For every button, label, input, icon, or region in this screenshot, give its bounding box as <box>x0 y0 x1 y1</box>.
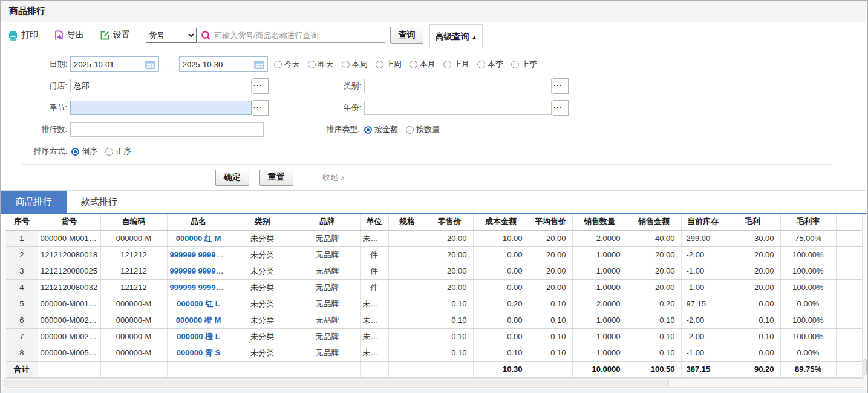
radio-icon <box>511 61 519 68</box>
quick-range-this-quarter[interactable]: 本季 <box>477 59 503 70</box>
cell-gross-margin: 75.00% <box>780 230 836 246</box>
product-name-link[interactable]: 999999 999999 L <box>170 283 230 292</box>
print-button[interactable]: 打印 <box>8 30 38 41</box>
radio-label: 上周 <box>386 59 402 70</box>
collapse-link[interactable]: 收起 ∧ <box>322 172 345 183</box>
print-label: 打印 <box>21 30 38 41</box>
product-name-link[interactable]: 999999 999999... <box>170 266 230 276</box>
store-picker-button[interactable]: ··· <box>253 78 269 94</box>
cell-product-name[interactable]: 999999 999999 S <box>167 246 230 263</box>
product-ranking-table: 序号 货号 自编码 品名 类别 品牌 单位 规格 零售价 成本金额 平均售价 销… <box>6 214 863 378</box>
confirm-button[interactable]: 确定 <box>215 170 249 186</box>
product-name-link[interactable]: 000000 青 S <box>177 348 220 357</box>
radio-icon <box>342 61 350 68</box>
horizontal-scrollbar[interactable] <box>2 378 866 388</box>
cell-gross-profit: 0.00 <box>725 345 780 361</box>
cell-category: 未分类 <box>230 312 295 328</box>
cell-product-name[interactable]: 000000 红 M <box>167 230 230 246</box>
cell-gross-profit: 20.00 <box>725 279 780 296</box>
date-from-input[interactable] <box>71 57 142 71</box>
season-input[interactable] <box>70 101 252 115</box>
category-picker-button[interactable]: ··· <box>553 78 569 94</box>
cell-gross-profit: 0.10 <box>725 328 780 345</box>
horizontal-scrollbar-thumb[interactable] <box>4 380 669 386</box>
cell-custom-code: 121212 <box>100 246 167 263</box>
sort-type-by-quantity[interactable]: 按数量 <box>406 124 440 135</box>
product-name-link[interactable]: 999999 999999 S <box>170 250 230 259</box>
radio-label: 上季 <box>521 59 537 70</box>
col-header-product-name: 品名 <box>167 214 230 230</box>
cell-product-name[interactable]: 000000 橙 L <box>167 328 230 345</box>
cell-unit: 未指定 <box>360 345 388 361</box>
cell-product-name <box>167 361 230 377</box>
sort-type-by-amount[interactable]: 按金额 <box>364 124 398 135</box>
product-name-link[interactable]: 000000 橙 M <box>176 315 221 325</box>
quick-range-last-week[interactable]: 上周 <box>376 59 402 70</box>
calendar-icon[interactable] <box>142 57 158 71</box>
cell-current-stock: -1.00 <box>681 279 725 296</box>
cell-product-name[interactable]: 000000 红 L <box>167 296 230 312</box>
reset-button[interactable]: 重置 <box>259 170 293 186</box>
rank-count-label: 排行数: <box>1 124 70 135</box>
table-container: 序号 货号 自编码 品名 类别 品牌 单位 规格 零售价 成本金额 平均售价 销… <box>1 214 867 378</box>
quick-range-this-week[interactable]: 本周 <box>342 59 368 70</box>
cell-product-name[interactable]: 999999 999999... <box>167 263 230 279</box>
search-field-select[interactable]: 货号 <box>146 28 197 43</box>
cell-spec <box>388 246 426 263</box>
cell-custom-code: 000000-M <box>100 296 167 312</box>
cell-gross-margin: 89.75% <box>780 361 836 377</box>
calendar-icon[interactable] <box>251 57 267 71</box>
cell-product-name[interactable]: 000000 橙 M <box>167 312 230 328</box>
cell-cost-amount: 0.00 <box>473 279 529 296</box>
cell-spacer <box>836 345 863 361</box>
date-to-input[interactable] <box>180 57 251 71</box>
quick-range-last-quarter[interactable]: 上季 <box>511 59 537 70</box>
tab-product-ranking[interactable]: 商品排行 <box>1 191 67 213</box>
cell-spacer <box>836 246 863 263</box>
result-tabs: 商品排行 款式排行 <box>1 191 867 214</box>
radio-label: 按金额 <box>374 124 398 135</box>
cell-spacer <box>836 230 863 246</box>
cell-gross-margin: 0.00% <box>780 296 836 312</box>
tab-style-ranking[interactable]: 款式排行 <box>67 191 132 213</box>
radio-icon <box>477 61 485 68</box>
advanced-query-tab[interactable]: 高级查询 ▲ <box>429 24 483 48</box>
cell-spec <box>388 345 426 361</box>
season-picker-button[interactable]: ··· <box>253 100 269 116</box>
store-input[interactable] <box>70 79 252 93</box>
cell-avg-price: 0.10 <box>529 312 572 328</box>
sort-order-desc[interactable]: 倒序 <box>71 146 97 157</box>
cell-custom-code: 000000-M <box>100 312 167 328</box>
query-button[interactable]: 查询 <box>390 27 423 44</box>
vertical-scrollbar-thumb[interactable] <box>863 359 867 375</box>
product-name-link[interactable]: 000000 橙 L <box>177 332 220 341</box>
rank-count-input[interactable] <box>70 122 264 137</box>
product-name-link[interactable]: 000000 红 M <box>176 234 221 243</box>
col-header-spec: 规格 <box>388 214 426 230</box>
category-input[interactable] <box>364 79 552 93</box>
cell-product-name[interactable]: 000000 青 S <box>167 345 230 361</box>
quick-range-yesterday[interactable]: 昨天 <box>308 59 334 70</box>
product-ranking-page: 商品排行 打印 导出 设置 货号 查询 高级查询 ▲ 日期: <box>0 0 868 393</box>
quick-range-today[interactable]: 今天 <box>274 59 300 70</box>
radio-icon <box>308 61 316 68</box>
cell-avg-price: 0.10 <box>529 296 572 312</box>
col-header-unit: 单位 <box>360 214 388 230</box>
year-picker-button[interactable]: ··· <box>553 100 569 116</box>
cell-item-no: 000000-M0050... <box>38 345 100 361</box>
vertical-scrollbar[interactable] <box>862 214 867 377</box>
settings-button[interactable]: 设置 <box>100 30 130 41</box>
year-input[interactable] <box>364 101 552 115</box>
quick-range-this-month[interactable]: 本月 <box>410 59 436 70</box>
export-button[interactable]: 导出 <box>54 30 84 41</box>
cell-spacer <box>836 296 863 312</box>
product-name-link[interactable]: 000000 红 L <box>177 299 220 308</box>
sort-order-asc[interactable]: 正序 <box>105 146 131 157</box>
cell-index: 7 <box>6 328 38 345</box>
quick-range-last-month[interactable]: 上月 <box>443 59 469 70</box>
cell-product-name[interactable]: 999999 999999 L <box>167 279 230 296</box>
radio-label: 昨天 <box>318 59 334 70</box>
search-input[interactable] <box>198 28 385 43</box>
year-label: 年份: <box>269 102 364 113</box>
cell-item-no: 000000-M0020... <box>38 312 100 328</box>
